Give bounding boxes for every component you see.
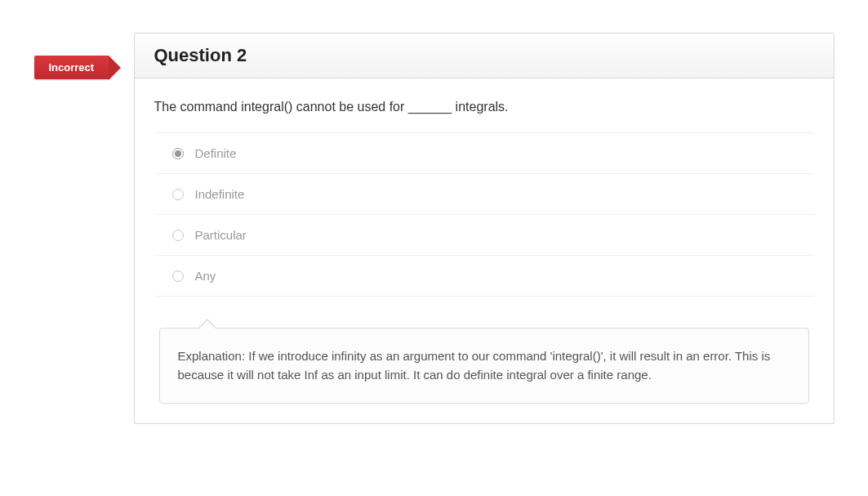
- option-particular[interactable]: Particular: [154, 215, 814, 256]
- explanation-text: Explanation: If we introduce infinity as…: [178, 349, 771, 382]
- question-card: Question 2 The command integral() cannot…: [134, 33, 835, 424]
- question-wrapper: Incorrect Question 2 The command integra…: [34, 33, 835, 424]
- question-body: The command integral() cannot be used fo…: [135, 78, 834, 423]
- option-label: Indefinite: [195, 187, 245, 201]
- question-title: Question 2: [154, 45, 814, 66]
- question-prompt: The command integral() cannot be used fo…: [154, 100, 814, 114]
- status-badge: Incorrect: [34, 56, 109, 79]
- status-badge-label: Incorrect: [49, 61, 95, 74]
- option-label: Definite: [195, 146, 237, 160]
- radio-icon: [172, 270, 184, 282]
- radio-icon: [172, 230, 184, 241]
- option-label: Any: [195, 269, 216, 283]
- option-definite[interactable]: Definite: [154, 133, 814, 174]
- option-indefinite[interactable]: Indefinite: [154, 174, 814, 215]
- option-label: Particular: [195, 228, 247, 242]
- radio-icon: [172, 189, 184, 200]
- explanation-box: Explanation: If we introduce infinity as…: [159, 328, 809, 404]
- radio-icon: [172, 148, 184, 159]
- question-header: Question 2: [135, 34, 834, 78]
- option-any[interactable]: Any: [154, 256, 814, 297]
- options-list: Definite Indefinite Particular Any: [154, 132, 814, 297]
